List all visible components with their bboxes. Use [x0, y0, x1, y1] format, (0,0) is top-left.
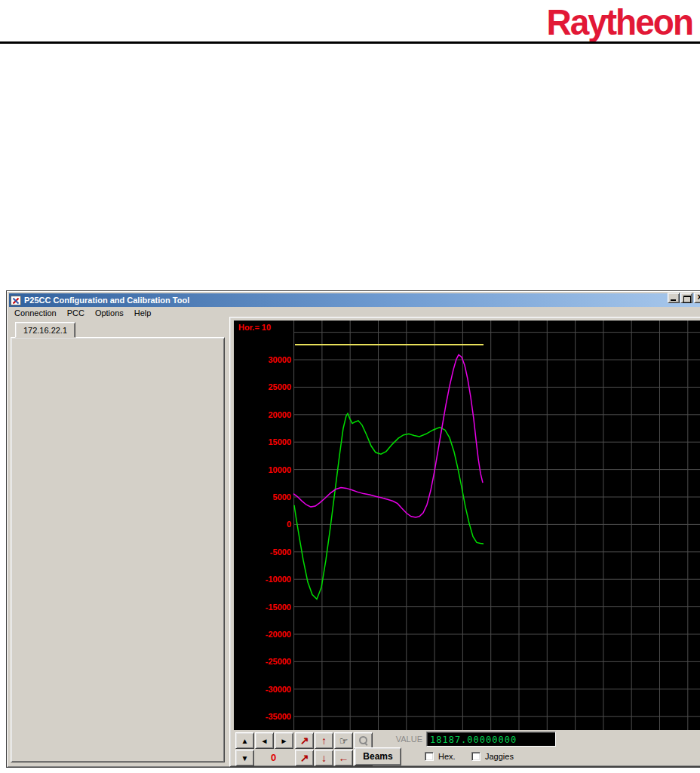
- maximize-button[interactable]: [680, 293, 692, 303]
- pan-left-button[interactable]: ◄: [255, 732, 274, 749]
- y-axis-tick: -10000: [246, 575, 291, 584]
- left-triangle-icon: ◄: [261, 737, 269, 745]
- app-icon: [11, 296, 21, 305]
- scroll-up-button[interactable]: ▲: [235, 732, 254, 749]
- scope-screen: [234, 321, 700, 730]
- minimize-button[interactable]: [668, 293, 680, 303]
- jaggies-checkbox-label: Jaggies: [485, 752, 514, 761]
- scope-plot-svg: [234, 321, 700, 730]
- window-title: P25CC Configuration and Calibration Tool: [24, 296, 189, 305]
- offset-counter: 0: [255, 750, 292, 766]
- y-axis-tick: -25000: [246, 657, 291, 666]
- scale-up-button[interactable]: ↑: [315, 732, 333, 749]
- diagonal-arrow-icon: ↗: [300, 735, 309, 747]
- red-left-arrow-icon: ←: [339, 752, 349, 764]
- tab-page: [11, 337, 225, 762]
- hex-checkbox[interactable]: [425, 752, 434, 761]
- value-readout: 18187.00000000: [426, 732, 556, 747]
- value-label: VALUE: [377, 735, 422, 744]
- menu-item-options[interactable]: Options: [90, 308, 129, 318]
- window-titlebar[interactable]: P25CC Configuration and Calibration Tool: [9, 293, 700, 307]
- red-down-arrow-icon: ↓: [321, 752, 327, 764]
- y-axis-tick: -30000: [246, 685, 291, 694]
- menu-item-help[interactable]: Help: [129, 308, 157, 318]
- beams-button[interactable]: Beams: [355, 747, 401, 765]
- scroll-down-button[interactable]: ▼: [235, 750, 254, 766]
- hand-pointer-icon: ☞: [339, 735, 348, 747]
- jaggies-checkbox[interactable]: [471, 752, 480, 761]
- shift-left-button[interactable]: ←: [334, 750, 353, 766]
- y-axis-tick: 5000: [246, 492, 291, 502]
- y-axis-tick: 15000: [246, 437, 291, 446]
- hex-checkbox-label: Hex.: [438, 752, 456, 761]
- y-axis-tick: 30000: [246, 355, 291, 364]
- right-triangle-icon: ►: [281, 737, 288, 745]
- up-triangle-icon: ▲: [241, 737, 249, 745]
- header-rule: [0, 41, 700, 44]
- y-axis-tick: -15000: [246, 603, 291, 612]
- y-axis-tick: 20000: [246, 410, 291, 419]
- zoom-out-button[interactable]: [354, 732, 373, 749]
- y-axis-tick: 25000: [246, 382, 291, 391]
- y-axis-tick: 0: [246, 520, 291, 529]
- down-triangle-icon: ▼: [241, 754, 249, 762]
- raytheon-logo: Raytheon: [546, 1, 692, 44]
- close-button[interactable]: [694, 293, 700, 303]
- rx-trace-green: [294, 413, 484, 599]
- scale-down-button[interactable]: ↓: [315, 750, 333, 766]
- points-mode-button[interactable]: ☞: [334, 732, 353, 749]
- tab-label: 172.16.22.1: [23, 326, 67, 335]
- y-axis-tick: -35000: [246, 712, 291, 721]
- zoom-diagonal-in-button[interactable]: ↗: [295, 732, 314, 749]
- horizontal-scale-label: Hor.= 10: [238, 323, 271, 332]
- diagonal-arrow-icon: ↗: [300, 752, 309, 764]
- y-axis-tick: -5000: [246, 548, 291, 557]
- page: Raytheon P25CC Configuration and Calibra…: [0, 0, 700, 773]
- y-axis-tick: 10000: [246, 465, 291, 474]
- y-axis-tick: -20000: [246, 630, 291, 639]
- menu-item-connection[interactable]: Connection: [9, 308, 62, 318]
- menu-item-pcc[interactable]: PCC: [62, 308, 90, 318]
- zoom-diagonal-out-button[interactable]: ↗: [295, 750, 314, 766]
- red-up-arrow-icon: ↑: [321, 735, 327, 747]
- magnifier-icon: [359, 736, 368, 745]
- pan-right-button[interactable]: ►: [275, 732, 293, 749]
- tab-ip-address[interactable]: 172.16.22.1: [15, 322, 75, 338]
